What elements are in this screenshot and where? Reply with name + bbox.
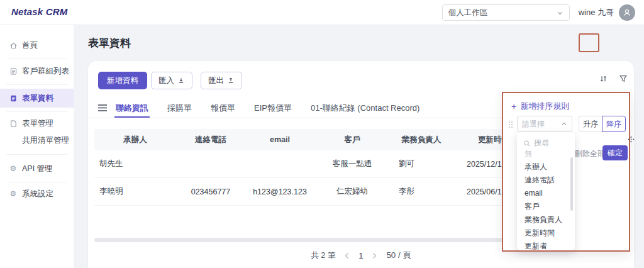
username: wine 九哥 [579, 7, 614, 18]
column-header: 連絡電話 [176, 135, 245, 145]
tab-contact-info[interactable]: 聯絡資訊 [114, 100, 150, 118]
drag-handle-icon[interactable] [509, 121, 510, 123]
main-content: 表單資料 新增資料 匯入 匯出 [74, 25, 644, 268]
sidebar-item-system-settings[interactable]: ⚙ 系統設定 [0, 185, 74, 203]
sidebar-item-label: 表單管理 [22, 118, 53, 129]
column-header: 承辦人 [94, 135, 176, 145]
divider [6, 154, 67, 155]
tab-contact-record[interactable]: 01-聯絡紀錄 (Contact Record) [309, 100, 421, 118]
person-icon [623, 8, 631, 17]
add-sort-rule-button[interactable]: + 新增排序規則 [511, 101, 569, 112]
cell-customer: 仁宏婦幼 [314, 186, 390, 197]
dropdown-option[interactable]: 客戶 [525, 200, 540, 213]
tab-eip-quotation[interactable]: EIP報價單 [253, 100, 293, 118]
sidebar-item-label: 系統設定 [22, 189, 53, 199]
download-icon [177, 77, 185, 84]
filter-button[interactable] [617, 72, 630, 85]
search-placeholder: 搜尋 [534, 138, 549, 148]
sidebar-item-home[interactable]: 首頁 [0, 36, 74, 54]
avatar[interactable] [619, 4, 635, 21]
sort-order-group: 升序 降序 [579, 116, 626, 132]
tab-purchase-order[interactable]: 採購單 [166, 100, 193, 118]
dropdown-scrollbar[interactable] [570, 157, 573, 211]
divider [6, 84, 67, 85]
column-header: email [245, 135, 314, 144]
add-sort-rule-label: 新增排序規則 [520, 101, 569, 112]
cell-sales-owner: 李彤 [390, 186, 453, 197]
sort-field-dropdown: 搜尋 無 承辦人 連絡電話 email 客戶 業務負責人 更新時間 更新者 [517, 132, 575, 250]
hamburger-menu-button[interactable] [97, 103, 109, 113]
dropdown-option[interactable]: 更新時間 [525, 226, 555, 239]
workspace-select-value: 個人工作區 [448, 8, 488, 18]
sort-arrows-icon [599, 74, 608, 84]
mouse-cursor [628, 136, 635, 143]
sort-field-placeholder: 請選擇 [522, 119, 545, 130]
annotation-highlight-sort-button [579, 33, 599, 52]
form-data-icon [9, 94, 18, 103]
dropdown-option[interactable]: 更新者 [525, 240, 547, 250]
sort-field-select[interactable]: 請選擇 [517, 116, 572, 132]
dropdown-option[interactable]: 承辦人 [525, 160, 547, 173]
chevron-up-icon [561, 121, 567, 127]
tabs: 聯絡資訊 採購單 報價單 EIP報價單 01-聯絡紀錄 (Contact Rec… [114, 100, 421, 118]
chevron-down-icon [557, 9, 564, 16]
page-size-select[interactable]: 50 / 頁 [386, 250, 411, 261]
dropdown-option[interactable]: 業務負責人 [525, 213, 562, 226]
sidebar-item-customer-groups[interactable]: 客戶群組列表 [0, 62, 74, 80]
sidebar-item-label: 首頁 [22, 40, 38, 51]
cell-owner: 李曉明 [94, 186, 176, 197]
upload-icon [227, 77, 235, 84]
column-header: 業務負責人 [390, 135, 453, 145]
sidebar-item-label: 表單資料 [22, 93, 53, 104]
sidebar-item-form-data[interactable]: 表單資料 [0, 89, 74, 108]
top-header: Netask CRM 個人工作區 wine 九哥 [0, 0, 644, 25]
gear-icon: ⚙ [9, 164, 18, 173]
sidebar-item-form-manage[interactable]: 表單管理 [0, 114, 74, 132]
cell-sales-owner: 劉可 [390, 159, 453, 169]
next-page-button[interactable] [372, 252, 377, 259]
ascending-button[interactable]: 升序 [579, 116, 602, 132]
header-right: 個人工作區 wine 九哥 [442, 4, 635, 21]
netask-crm-app: Netask CRM 個人工作區 wine 九哥 首頁 [0, 0, 644, 268]
dropdown-option-none[interactable]: 無 [525, 147, 532, 160]
dropdown-option[interactable]: email [525, 187, 543, 199]
export-button-label: 匯出 [208, 75, 224, 86]
search-icon [523, 140, 531, 147]
divider [6, 58, 67, 59]
confirm-button[interactable]: 確定 [602, 145, 628, 160]
sort-button[interactable] [595, 71, 611, 86]
delete-all-button[interactable]: 刪除全部 [575, 146, 605, 161]
cell-phone: 023456777 [176, 187, 245, 196]
customer-group-icon [9, 67, 18, 75]
dropdown-option[interactable]: 連絡電話 [525, 174, 555, 186]
prev-page-button[interactable] [344, 252, 350, 259]
total-count: 共 2 筆 [311, 250, 335, 261]
workspace-select[interactable]: 個人工作區 [442, 4, 570, 21]
home-icon [9, 42, 18, 50]
import-button[interactable]: 匯入 [151, 72, 192, 89]
import-button-label: 匯入 [158, 75, 174, 86]
column-header: 客戶 [314, 135, 390, 145]
cell-email: h123@123.123 [245, 187, 314, 196]
divider [6, 182, 67, 182]
plus-icon: + [511, 102, 516, 111]
logo: Netask CRM [11, 6, 68, 17]
sidebar-item-label: API 管理 [22, 164, 53, 174]
add-data-button[interactable]: 新增資料 [98, 72, 147, 89]
form-manage-icon [9, 120, 18, 128]
cell-customer: 客服一點通 [314, 159, 390, 169]
page-number[interactable]: 1 [358, 251, 363, 260]
cell-owner: 胡先生 [94, 159, 176, 169]
sidebar-item-api-manage[interactable]: ⚙ API 管理 [0, 160, 74, 177]
sidebar: 首頁 客戶群組列表 表單資料 表單管理 共用清單管理 ⚙ [0, 25, 74, 268]
export-button[interactable]: 匯出 [201, 72, 242, 89]
gear-icon: ⚙ [9, 189, 18, 198]
funnel-icon [619, 74, 628, 83]
divider [6, 111, 67, 112]
tab-quotation[interactable]: 報價單 [209, 100, 236, 118]
sidebar-item-label: 共用清單管理 [22, 135, 69, 146]
sidebar-item-label: 客戶群組列表 [22, 66, 69, 77]
descending-button[interactable]: 降序 [602, 116, 626, 132]
page-title: 表單資料 [88, 36, 131, 50]
sidebar-item-shared-list-manage[interactable]: 共用清單管理 [0, 131, 74, 149]
